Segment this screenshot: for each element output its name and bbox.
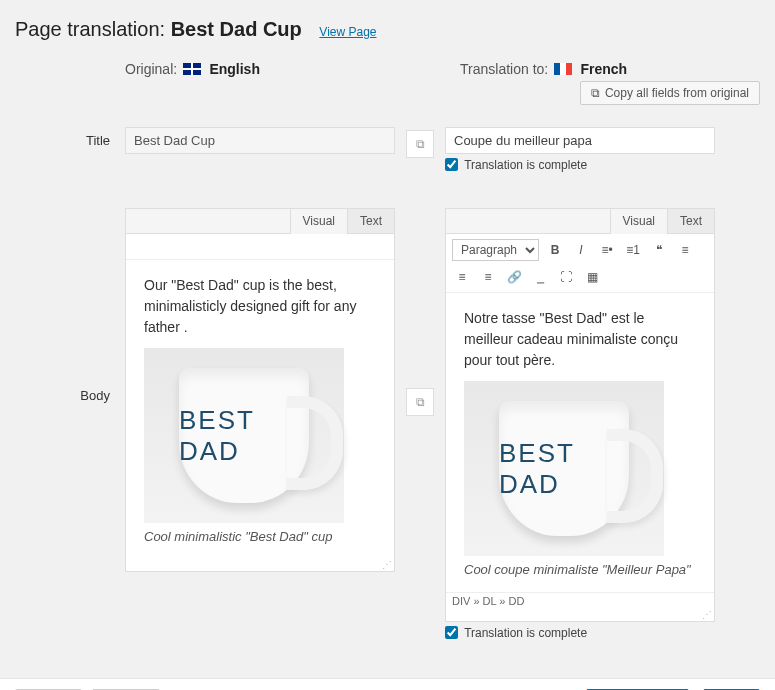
translation-language: French xyxy=(580,61,627,77)
uk-flag-icon xyxy=(183,63,201,75)
tab-visual[interactable]: Visual xyxy=(610,209,667,234)
resize-handle-icon[interactable]: ⋰ xyxy=(126,559,394,571)
copy-all-label: Copy all fields from original xyxy=(605,86,749,100)
copy-all-button[interactable]: ⧉Copy all fields from original xyxy=(580,81,760,105)
body-translation-caption[interactable]: Cool coupe minimaliste "Meilleur Papa" xyxy=(464,562,696,577)
align-center-icon[interactable]: ≡ xyxy=(452,267,472,287)
mug-label: Best Dad xyxy=(499,438,629,500)
editor-breadcrumb: DIV » DL » DD xyxy=(446,592,714,609)
paragraph-select[interactable]: Paragraph xyxy=(452,239,539,261)
toolbar-toggle-icon[interactable]: ▦ xyxy=(582,267,602,287)
body-original-text: Our "Best Dad" cup is the best, minimali… xyxy=(144,275,376,338)
page-title: Page translation: Best Dad Cup xyxy=(15,18,307,40)
body-complete-label: Translation is complete xyxy=(464,626,587,640)
body-original-editor: Visual Text Our "Best Dad" cup is the be… xyxy=(125,208,395,572)
title-translation-input[interactable] xyxy=(445,127,715,154)
mug-label: Best Dad xyxy=(179,405,309,467)
copy-field-button[interactable]: ⧉ xyxy=(406,130,434,158)
mug-image: Best Dad xyxy=(464,381,664,556)
align-left-icon[interactable]: ≡ xyxy=(675,240,695,260)
fullscreen-icon[interactable]: ⛶ xyxy=(556,267,576,287)
body-translation-editor[interactable]: Visual Text Paragraph B I ≡• ≡1 ❝ ≡ ≡ ≡ … xyxy=(445,208,715,622)
link-icon[interactable]: 🔗 xyxy=(504,267,524,287)
copy-icon: ⧉ xyxy=(416,137,425,151)
original-label: Original: xyxy=(125,61,177,77)
title-original-input xyxy=(125,127,395,154)
body-label: Body xyxy=(15,208,125,403)
copy-field-button[interactable]: ⧉ xyxy=(406,388,434,416)
title-complete-label: Translation is complete xyxy=(464,158,587,172)
copy-icon: ⧉ xyxy=(416,395,425,409)
resize-handle-icon[interactable]: ⋰ xyxy=(446,609,714,621)
fr-flag-icon xyxy=(554,63,572,75)
original-language: English xyxy=(209,61,260,77)
page-title-name: Best Dad Cup xyxy=(171,18,302,40)
quote-icon[interactable]: ❝ xyxy=(649,240,669,260)
page-title-prefix: Page translation: xyxy=(15,18,171,40)
align-right-icon[interactable]: ≡ xyxy=(478,267,498,287)
copy-icon: ⧉ xyxy=(591,86,600,100)
title-complete-checkbox[interactable] xyxy=(445,158,458,171)
readmore-icon[interactable]: ⎯ xyxy=(530,267,550,287)
number-list-icon[interactable]: ≡1 xyxy=(623,240,643,260)
translation-label: Translation to: xyxy=(460,61,548,77)
body-complete-checkbox[interactable] xyxy=(445,626,458,639)
mug-image: Best Dad xyxy=(144,348,344,523)
title-label: Title xyxy=(15,127,125,148)
tab-text[interactable]: Text xyxy=(667,209,714,233)
bullet-list-icon[interactable]: ≡• xyxy=(597,240,617,260)
body-original-caption: Cool minimalistic "Best Dad" cup xyxy=(144,529,376,544)
view-page-link[interactable]: View Page xyxy=(319,25,376,39)
body-translation-text[interactable]: Notre tasse "Best Dad" est le meilleur c… xyxy=(464,308,696,371)
tab-text[interactable]: Text xyxy=(347,209,394,233)
tab-visual[interactable]: Visual xyxy=(290,209,347,234)
bold-icon[interactable]: B xyxy=(545,240,565,260)
italic-icon[interactable]: I xyxy=(571,240,591,260)
